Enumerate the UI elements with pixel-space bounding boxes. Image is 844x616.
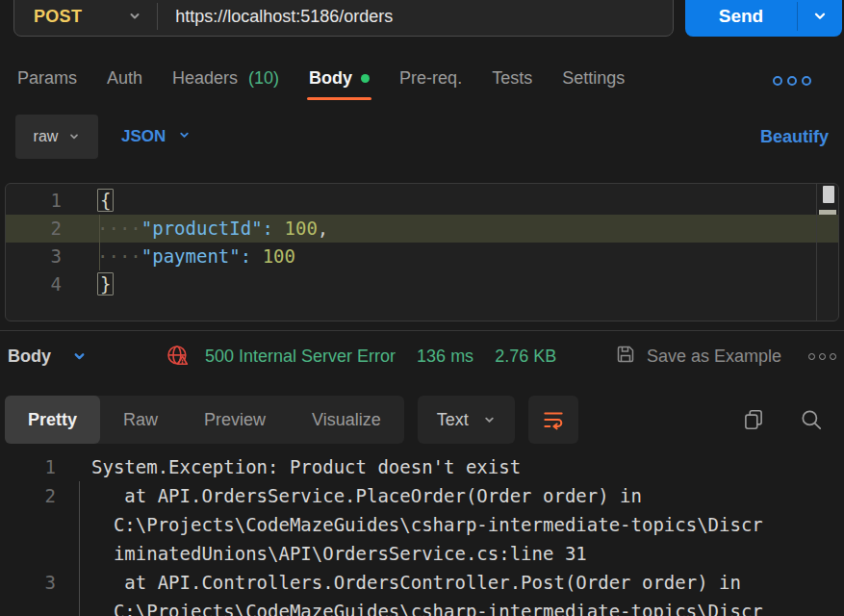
tab-auth[interactable]: Auth [105, 64, 144, 100]
response-format-selector[interactable]: Text [418, 396, 515, 444]
search-icon [799, 407, 824, 432]
response-body-viewer[interactable]: 1System.Exception: Product doesn't exist… [0, 452, 844, 616]
request-body-editor[interactable]: 1{2····"productId": 100,3····"payment": … [5, 183, 839, 321]
indent-guide [99, 215, 100, 243]
response-panel-selector[interactable]: Body [8, 346, 87, 367]
body-modified-dot [361, 74, 370, 83]
tab-body[interactable]: Body [307, 64, 371, 100]
network-error-icon [166, 344, 191, 369]
request-tabs: Params Auth Headers(10) Body Pre-req. Te… [15, 64, 829, 100]
divider [157, 3, 158, 30]
wrap-guide [79, 568, 80, 597]
tab-settings[interactable]: Settings [560, 64, 627, 100]
line-number: 2 [0, 481, 67, 510]
line-number [0, 597, 67, 616]
response-more-options-icon[interactable] [808, 353, 836, 360]
chevron-down-icon [68, 131, 80, 142]
wrap-guide [79, 597, 80, 616]
line-number: 3 [0, 568, 67, 597]
copy-response-button[interactable] [741, 407, 766, 432]
url-bar: POST https://localhost:5186/orders [13, 0, 674, 37]
request-code-line[interactable]: 1{ [6, 187, 838, 215]
more-options-icon[interactable] [773, 64, 811, 86]
line-number: 2 [6, 215, 73, 243]
pane-splitter[interactable] [0, 330, 844, 331]
copy-icon [741, 407, 766, 432]
word-wrap-icon [541, 407, 566, 432]
tab-params[interactable]: Params [15, 64, 79, 100]
change-marker [819, 210, 836, 215]
scrollbar-thumb[interactable] [823, 186, 834, 203]
send-button[interactable]: Send [685, 0, 797, 37]
send-button-group: Send [685, 0, 842, 37]
chevron-down-icon [812, 9, 828, 24]
status-badge[interactable]: 500 Internal Server Error [205, 346, 396, 367]
url-input[interactable]: https://localhost:5186/orders [175, 7, 393, 27]
line-number [0, 510, 67, 539]
request-code-lines: 1{2····"productId": 100,3····"payment": … [6, 187, 838, 298]
response-line: 2 at API.OrdersService.PlaceOrder(Order … [0, 481, 844, 510]
indent-guide [99, 243, 100, 270]
editor-overview-ruler[interactable] [816, 184, 838, 321]
beautify-button[interactable]: Beautify [760, 127, 829, 147]
body-mode-selector[interactable]: raw [15, 115, 98, 159]
request-code-line[interactable]: 2····"productId": 100, [6, 215, 838, 243]
response-view-tabs: Pretty Raw Preview Visualize [5, 396, 404, 444]
response-line: 1System.Exception: Product doesn't exist [0, 452, 844, 481]
save-as-example-button[interactable]: Save as Example [614, 343, 781, 371]
method-selector[interactable]: POST [14, 7, 141, 27]
response-toolbar: Pretty Raw Preview Visualize Text [5, 396, 839, 444]
tab-preview[interactable]: Preview [181, 396, 289, 444]
search-response-button[interactable] [799, 407, 824, 432]
wrap-guide [79, 510, 80, 539]
request-code-line[interactable]: 3····"payment": 100 [6, 243, 838, 270]
api-client-panel: POST https://localhost:5186/orders Send … [0, 0, 844, 616]
chevron-down-icon [483, 414, 496, 426]
response-time[interactable]: 136 ms [417, 346, 473, 367]
headers-count-badge: (10) [248, 68, 279, 89]
language-selector[interactable]: JSON [121, 127, 191, 146]
response-size[interactable]: 2.76 KB [495, 346, 556, 367]
tab-pre-request[interactable]: Pre-req. [397, 64, 464, 100]
line-number: 1 [6, 187, 73, 215]
send-options-button[interactable] [798, 0, 842, 37]
response-line: C:\Projects\CodeMazeGuides\csharp-interm… [0, 597, 844, 616]
chevron-down-icon [178, 127, 191, 146]
line-number: 3 [6, 243, 73, 270]
method-label: POST [14, 7, 82, 27]
save-icon [614, 343, 637, 371]
line-number [0, 539, 67, 568]
tab-pretty[interactable]: Pretty [5, 396, 100, 444]
tab-headers[interactable]: Headers(10) [170, 64, 281, 100]
response-line: iminatedUnions\API\OrdersService.cs:line… [0, 539, 844, 568]
chevron-down-icon [128, 10, 141, 23]
line-number: 1 [0, 452, 67, 481]
chevron-down-icon [72, 349, 87, 364]
response-line: C:\Projects\CodeMazeGuides\csharp-interm… [0, 510, 844, 539]
wrap-guide [79, 481, 80, 510]
tab-visualize[interactable]: Visualize [289, 396, 404, 444]
response-line: 3 at API.Controllers.OrdersController.Po… [0, 568, 844, 597]
response-code-lines: 1System.Exception: Product doesn't exist… [0, 452, 844, 616]
body-type-toolbar: raw JSON Beautify [15, 115, 829, 159]
word-wrap-toggle[interactable] [528, 396, 578, 444]
tab-tests[interactable]: Tests [490, 64, 534, 100]
request-code-line[interactable]: 4} [6, 270, 838, 298]
line-number: 4 [6, 270, 73, 298]
tab-raw[interactable]: Raw [100, 396, 181, 444]
wrap-guide [79, 539, 80, 568]
response-meta-row: Body 500 Internal Server Error 136 ms 2.… [8, 336, 836, 376]
